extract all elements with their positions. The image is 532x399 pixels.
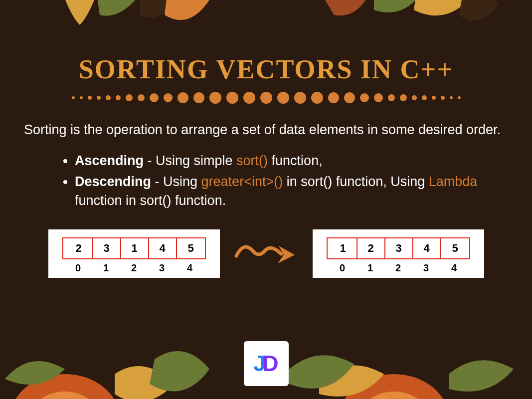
array-cell: 1 bbox=[330, 238, 357, 258]
array-index: 4 bbox=[176, 259, 204, 274]
code-highlight: Lambda bbox=[429, 174, 478, 189]
code-highlight: sort() bbox=[236, 153, 268, 168]
unsorted-array: 2 3 1 4 5 0 1 2 3 4 bbox=[48, 229, 220, 278]
array-index: 4 bbox=[440, 259, 468, 274]
logo: J D bbox=[244, 341, 289, 386]
bullet-list: Ascending - Using simple sort() function… bbox=[75, 152, 508, 210]
array-cell: 2 bbox=[357, 238, 385, 258]
arrays-illustration: 2 3 1 4 5 0 1 2 3 4 1 2 3 4 5 0 1 bbox=[0, 229, 532, 278]
logo-letter-d: D bbox=[263, 351, 279, 376]
bullet-label: Descending bbox=[75, 174, 151, 189]
array-cell: 3 bbox=[93, 238, 121, 258]
svg-point-0 bbox=[10, 374, 120, 399]
array-index: 2 bbox=[384, 259, 412, 274]
array-index: 1 bbox=[92, 259, 120, 274]
svg-point-4 bbox=[359, 392, 429, 399]
array-index: 2 bbox=[120, 259, 148, 274]
array-index: 0 bbox=[329, 259, 356, 274]
list-item: Ascending - Using simple sort() function… bbox=[75, 152, 508, 171]
array-index: 3 bbox=[412, 259, 440, 274]
array-cell: 1 bbox=[121, 238, 149, 258]
list-item: Descending - Using greater<int>() in sor… bbox=[75, 173, 508, 210]
sorted-array: 1 2 3 4 5 0 1 2 3 4 bbox=[313, 229, 484, 278]
array-cell: 5 bbox=[441, 238, 469, 258]
svg-point-3 bbox=[339, 374, 449, 399]
code-highlight: greater<int>() bbox=[201, 174, 283, 189]
array-cell: 4 bbox=[413, 238, 441, 258]
decorative-dots bbox=[0, 92, 532, 104]
array-cell: 5 bbox=[177, 238, 205, 258]
array-index: 3 bbox=[148, 259, 176, 274]
array-index: 0 bbox=[64, 259, 92, 274]
arrow-icon bbox=[234, 236, 299, 271]
array-cell: 2 bbox=[65, 238, 93, 258]
array-index: 1 bbox=[356, 259, 384, 274]
array-cell: 4 bbox=[149, 238, 177, 258]
page-title: SORTING VECTORS IN C++ bbox=[0, 0, 532, 85]
intro-text: Sorting is the operation to arrange a se… bbox=[24, 121, 508, 139]
bullet-label: Ascending bbox=[75, 153, 144, 168]
svg-point-1 bbox=[30, 392, 100, 399]
array-cell: 3 bbox=[385, 238, 413, 258]
